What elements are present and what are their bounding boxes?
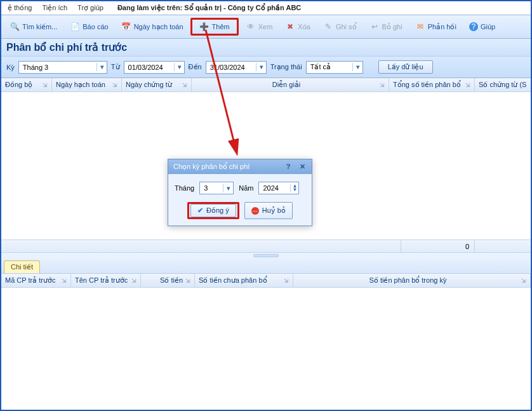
- highlight-add: ➕ Thêm: [190, 18, 239, 36]
- month-dropdown[interactable]: 3▾: [199, 182, 234, 194]
- fetch-data-button[interactable]: Lấy dữ liệu: [378, 60, 433, 74]
- pin-icon: ⇲: [112, 82, 117, 88]
- dialog-chon-ky-phan-bo: Chọn kỳ phân bổ chi phí ? ✕ Tháng 3▾ Năm…: [168, 159, 312, 226]
- accounting-date-button[interactable]: 📅 Ngày hạch toán: [116, 20, 189, 34]
- to-label: Đến: [189, 63, 202, 71]
- pin-icon: ⇲: [131, 278, 136, 284]
- col-so-tien-chua-pb[interactable]: Số tiền chưa phân bổ⇲: [195, 274, 293, 287]
- pin-icon: ⇲: [185, 278, 190, 284]
- search-icon: 🔍: [10, 22, 20, 32]
- add-icon: ➕: [199, 22, 209, 32]
- mail-icon: ✉: [415, 22, 425, 32]
- grip-icon: [253, 254, 279, 257]
- help-button[interactable]: ? Giúp: [463, 20, 501, 33]
- ok-button[interactable]: ✔ Đồng ý: [190, 204, 236, 217]
- chevron-down-icon: ▾: [96, 63, 105, 71]
- dialog-close-icon[interactable]: ✕: [298, 163, 307, 171]
- menubar: ệ thống Tiện ích Trợ giúp Đang làm việc …: [1, 1, 531, 15]
- menu-tro-giup[interactable]: Trợ giúp: [74, 3, 107, 13]
- pin-icon: ⇲: [62, 278, 67, 284]
- dialog-title: Chọn kỳ phân bổ chi phí: [173, 163, 249, 171]
- from-label: Từ: [111, 63, 120, 71]
- report-button[interactable]: 📄 Báo cáo: [64, 20, 114, 34]
- cancel-icon: —: [251, 207, 259, 215]
- col-so-chung-tu[interactable]: Số chứng từ (S: [475, 78, 531, 91]
- chevron-down-icon: ▾: [174, 63, 183, 71]
- spinner-buttons[interactable]: ▲▼: [290, 184, 298, 192]
- unrecord-button[interactable]: ↩ Bỏ ghi: [364, 20, 408, 34]
- dialog-titlebar[interactable]: Chọn kỳ phân bổ chi phí ? ✕: [168, 159, 312, 174]
- delete-button[interactable]: ✖ Xóa: [279, 20, 316, 34]
- pin-icon: ⇲: [284, 278, 289, 284]
- col-ngay-hach-toan[interactable]: Ngày hạch toán⇲: [52, 78, 122, 91]
- col-ten-cp[interactable]: Tên CP trả trước⇲: [71, 274, 141, 287]
- year-spinner[interactable]: 2024 ▲▼: [258, 182, 299, 194]
- chevron-down-icon: ▾: [256, 63, 265, 71]
- help-icon: ?: [469, 22, 478, 31]
- pin-icon: ⇲: [380, 82, 385, 88]
- chevron-down-icon: ▾: [352, 63, 361, 71]
- col-ngay-chung-tu[interactable]: Ngày chứng từ⇲: [122, 78, 192, 91]
- pin-icon: ⇲: [182, 82, 187, 88]
- unrecord-icon: ↩: [369, 22, 380, 32]
- page-title: Phân bổ chi phí trả trước: [1, 39, 531, 57]
- grid1-header: Đồng bộ⇲ Ngày hạch toán⇲ Ngày chứng từ⇲ …: [1, 78, 531, 92]
- col-tong-so-tien[interactable]: Tổng số tiền phân bổ⇲: [389, 78, 475, 91]
- month-label: Tháng: [175, 184, 194, 192]
- from-date-input[interactable]: 01/03/2024▾: [124, 61, 185, 74]
- pin-icon: ⇲: [521, 278, 526, 284]
- status-dropdown[interactable]: Tất cả▾: [306, 61, 363, 74]
- highlight-ok: ✔ Đồng ý: [187, 202, 239, 219]
- menu-tien-ich[interactable]: Tiện ích: [38, 3, 71, 13]
- search-button[interactable]: 🔍 Tìm kiếm...: [4, 20, 63, 34]
- tab-chi-tiet[interactable]: Chi tiết: [4, 260, 40, 273]
- dialog-help-icon[interactable]: ?: [284, 163, 293, 171]
- grid1-footer: 0: [1, 240, 531, 253]
- col-dong-bo[interactable]: Đồng bộ⇲: [1, 78, 52, 91]
- detail-tabbar: Chi tiết: [1, 258, 531, 274]
- pen-icon: ✎: [323, 22, 333, 32]
- col-so-tien-pb-trong-ky[interactable]: Số tiền phân bổ trong kỳ⇲: [293, 274, 531, 287]
- status-label: Trạng thái: [270, 63, 302, 71]
- view-button[interactable]: 👁 Xem: [240, 20, 279, 34]
- add-button[interactable]: ➕ Thêm: [194, 20, 236, 34]
- filter-bar: Kỳ Tháng 3▾ Từ 01/03/2024▾ Đến 31/03/202…: [1, 57, 531, 78]
- splitter[interactable]: [1, 253, 531, 258]
- col-ma-cp[interactable]: Mã CP trả trước⇲: [1, 274, 71, 287]
- period-dropdown[interactable]: Tháng 3▾: [18, 61, 107, 74]
- record-button[interactable]: ✎ Ghi sổ: [317, 20, 362, 34]
- check-icon: ✔: [197, 206, 203, 215]
- toolbar: 🔍 Tìm kiếm... 📄 Báo cáo 📅 Ngày hạch toán…: [1, 15, 531, 39]
- eye-icon: 👁: [246, 22, 256, 32]
- grid2-body[interactable]: [1, 288, 531, 402]
- feedback-button[interactable]: ✉ Phản hồi: [409, 20, 462, 34]
- working-on-label: Đang làm việc trên: Sổ quản trị - Công t…: [117, 4, 301, 12]
- chevron-down-icon: ▾: [223, 184, 232, 192]
- grid1-total: 0: [401, 240, 475, 252]
- year-label: Năm: [239, 184, 253, 192]
- report-icon: 📄: [70, 22, 80, 32]
- menu-he-thong[interactable]: ệ thống: [4, 3, 36, 13]
- pin-icon: ⇲: [465, 82, 470, 88]
- col-dien-giai[interactable]: Diễn giải⇲: [192, 78, 389, 91]
- delete-icon: ✖: [285, 22, 295, 32]
- col-so-tien[interactable]: Số tiền⇲: [141, 274, 195, 287]
- grid2-header: Mã CP trả trước⇲ Tên CP trả trước⇲ Số ti…: [1, 274, 531, 288]
- pin-icon: ⇲: [43, 82, 48, 88]
- calendar-icon: 📅: [121, 22, 131, 32]
- period-label: Kỳ: [6, 64, 15, 71]
- cancel-button[interactable]: — Huỷ bỏ: [244, 202, 293, 219]
- to-date-input[interactable]: 31/03/2024▾: [206, 61, 267, 74]
